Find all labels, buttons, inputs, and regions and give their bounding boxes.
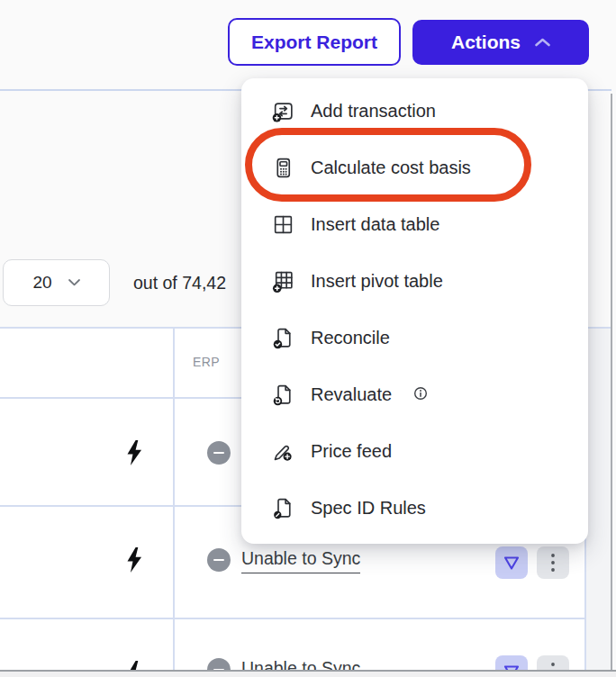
export-report-button[interactable]: Export Report <box>228 18 401 66</box>
kebab-menu-button[interactable] <box>537 546 569 579</box>
menu-item-price-feed[interactable]: Price feed <box>241 423 588 480</box>
export-report-label: Export Report <box>251 32 377 53</box>
chevron-down-icon <box>68 279 80 286</box>
page-size-value: 20 <box>32 273 51 293</box>
price-feed-icon <box>271 439 295 464</box>
spec-id-rules-icon <box>271 496 295 520</box>
menu-item-insert-data-table[interactable]: Insert data table <box>241 196 588 253</box>
menu-item-label: Spec ID Rules <box>311 498 426 519</box>
chevron-up-icon <box>535 38 550 47</box>
reconcile-icon <box>271 326 295 350</box>
menu-item-label: Insert data table <box>311 214 439 235</box>
menu-item-calculate-cost-basis[interactable]: Calculate cost basis <box>241 140 588 196</box>
menu-item-label: Add transaction <box>311 101 436 122</box>
menu-item-add-transaction[interactable]: Add transaction <box>241 83 588 140</box>
column-divider <box>173 327 175 670</box>
sync-status-icon <box>207 548 231 572</box>
menu-item-reconcile[interactable]: Reconcile <box>241 310 588 366</box>
menu-item-spec-id-rules[interactable]: Spec ID Rules <box>241 480 588 537</box>
data-table-icon <box>271 212 295 237</box>
erp-column-header: ERP <box>193 355 220 369</box>
pane-bottom-edge <box>0 670 616 677</box>
page-size-select[interactable]: 20 <box>3 259 110 306</box>
revaluate-icon <box>271 383 295 407</box>
menu-item-label: Calculate cost basis <box>311 158 471 178</box>
filter-triangle-button[interactable] <box>495 546 528 579</box>
lightning-icon <box>122 439 146 466</box>
info-icon <box>413 386 428 401</box>
app-window: Export Report Actions 20 out of 74,42 ER… <box>0 0 616 677</box>
add-transaction-icon <box>271 99 295 123</box>
actions-label: Actions <box>451 32 521 53</box>
menu-item-label: Price feed <box>311 441 392 462</box>
pivot-table-icon <box>271 269 295 293</box>
menu-item-insert-pivot-table[interactable]: Insert pivot table <box>241 253 588 310</box>
sync-status-icon <box>207 441 231 465</box>
table-right-strip <box>585 327 611 670</box>
pane-right-edge <box>611 94 612 670</box>
actions-button[interactable]: Actions <box>412 20 589 65</box>
menu-item-label: Revaluate <box>311 384 392 405</box>
actions-dropdown-menu: Add transaction Calculate cost basis <box>241 78 588 544</box>
sync-status-link[interactable]: Unable to Sync <box>241 548 360 573</box>
calculator-icon <box>271 156 295 180</box>
pagination-total-text: out of 74,42 <box>133 259 226 306</box>
menu-item-revaluate[interactable]: Revaluate <box>241 366 588 423</box>
row-divider <box>0 618 585 619</box>
menu-item-label: Insert pivot table <box>311 271 443 292</box>
menu-item-label: Reconcile <box>311 328 390 348</box>
lightning-icon <box>122 546 146 573</box>
